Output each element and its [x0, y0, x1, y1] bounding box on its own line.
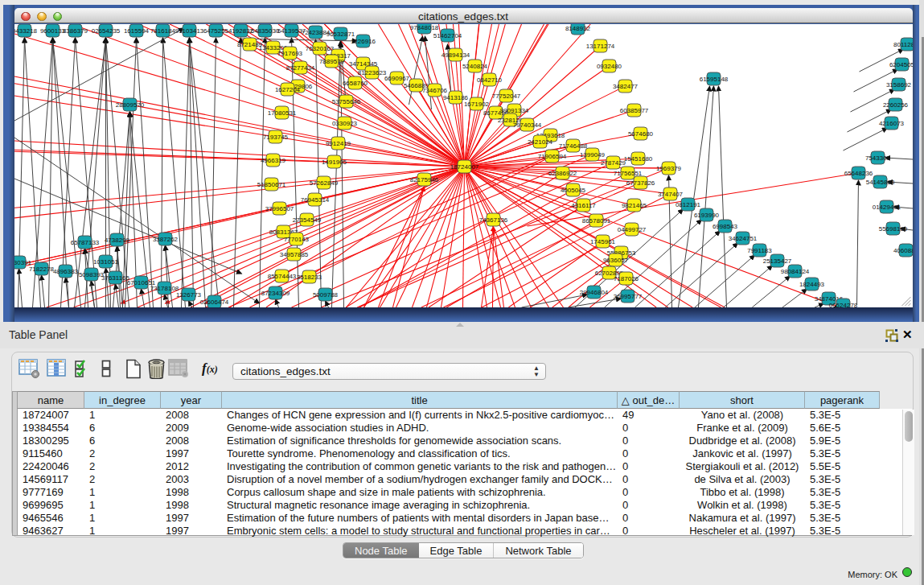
- svg-text:02606474: 02606474: [199, 299, 228, 306]
- svg-text:5098393: 5098393: [78, 271, 104, 278]
- svg-text:7917693: 7917693: [277, 50, 302, 57]
- svg-text:1226916: 1226916: [350, 38, 376, 45]
- svg-text:79740344: 79740344: [512, 122, 541, 129]
- svg-text:4060883: 4060883: [893, 247, 912, 254]
- svg-text:67737826: 67737826: [626, 179, 655, 187]
- svg-text:71906594: 71906594: [537, 153, 566, 160]
- svg-text:7816184: 7816184: [150, 27, 175, 35]
- svg-text:1491905: 1491905: [321, 159, 347, 166]
- svg-text:6193990: 6193990: [693, 212, 719, 219]
- svg-text:4738299: 4738299: [104, 237, 129, 244]
- svg-text:28809570: 28809570: [115, 101, 144, 109]
- svg-text:15451680: 15451680: [623, 155, 652, 163]
- svg-text:76320163: 76320163: [305, 45, 334, 52]
- svg-text:1326773: 1326773: [175, 291, 201, 299]
- svg-text:9600133: 9600133: [39, 27, 65, 35]
- svg-text:51850671: 51850671: [257, 181, 285, 188]
- svg-text:87277434: 87277434: [285, 64, 314, 72]
- svg-text:7346706: 7346706: [421, 87, 447, 94]
- svg-text:82175946: 82175946: [409, 176, 438, 183]
- svg-text:98084124: 98084124: [780, 268, 809, 275]
- svg-text:5674680: 5674680: [627, 130, 653, 138]
- svg-text:6658760: 6658760: [342, 80, 368, 87]
- svg-text:36995777: 36995777: [613, 293, 642, 300]
- svg-text:8148932: 8148932: [565, 25, 590, 32]
- svg-text:6204505: 6204505: [889, 61, 912, 68]
- svg-text:34624751: 34624751: [728, 235, 757, 242]
- svg-text:57262849: 57262849: [309, 179, 338, 187]
- svg-text:7889579: 7889579: [318, 58, 344, 65]
- svg-text:0330923: 0330923: [331, 120, 357, 127]
- svg-text:96532871: 96532871: [326, 31, 355, 38]
- svg-text:55698169: 55698169: [878, 225, 907, 233]
- svg-text:3158692: 3158692: [885, 81, 911, 89]
- svg-text:1671902: 1671902: [463, 101, 489, 108]
- svg-text:18724007: 18724007: [450, 163, 478, 171]
- svg-text:62386922: 62386922: [548, 170, 577, 177]
- svg-text:7991183: 7991183: [747, 247, 772, 254]
- svg-text:37631165: 37631165: [101, 274, 130, 282]
- svg-text:87234309: 87234309: [261, 290, 290, 297]
- svg-text:0433218: 0433218: [14, 27, 38, 35]
- svg-text:65787133: 65787133: [70, 239, 99, 246]
- svg-text:74367136: 74367136: [478, 216, 507, 224]
- svg-text:53755646: 53755646: [331, 98, 360, 105]
- svg-text:60385977: 60385977: [619, 107, 648, 114]
- svg-text:6690967: 6690967: [384, 75, 409, 82]
- svg-text:99091334: 99091334: [499, 107, 528, 114]
- svg-text:9821465: 9821465: [621, 202, 647, 209]
- svg-text:76945314: 76945314: [300, 196, 329, 204]
- svg-text:7187026: 7187026: [613, 275, 639, 282]
- svg-text:9912419: 9912419: [325, 140, 351, 147]
- svg-text:7770143: 7770143: [283, 236, 309, 243]
- svg-text:77752047: 77752047: [491, 93, 520, 100]
- svg-text:17080531: 17080531: [267, 109, 296, 117]
- svg-text:65648236: 65648236: [844, 170, 873, 177]
- svg-text:1824493: 1824493: [799, 281, 824, 288]
- svg-text:71746488: 71746488: [558, 142, 587, 150]
- svg-text:54145868: 54145868: [865, 179, 894, 186]
- svg-text:1969379: 1969379: [655, 165, 681, 172]
- svg-text:71756551: 71756551: [613, 170, 642, 177]
- svg-text:4316117: 4316117: [571, 202, 596, 209]
- svg-text:3747407: 3747407: [657, 191, 683, 198]
- svg-text:25135427: 25135427: [762, 257, 791, 265]
- svg-text:97848018: 97848018: [409, 24, 438, 31]
- svg-text:4216073: 4216073: [878, 120, 904, 127]
- svg-text:5009788: 5009788: [312, 291, 338, 299]
- svg-text:7182278: 7182278: [28, 266, 54, 273]
- svg-text:02654235: 02654235: [91, 27, 120, 35]
- svg-text:5240824: 5240824: [462, 63, 487, 70]
- svg-text:00524278: 00524278: [828, 302, 857, 307]
- svg-text:3387262: 3387262: [152, 236, 178, 243]
- svg-text:37996507: 37996507: [265, 205, 294, 212]
- svg-text:6475255: 6475255: [203, 27, 228, 35]
- svg-text:1627204: 1627204: [274, 86, 300, 93]
- svg-text:61595148: 61595148: [699, 76, 728, 83]
- svg-text:34957885: 34957885: [279, 251, 308, 258]
- svg-text:13171274: 13171274: [585, 43, 614, 50]
- svg-text:80112805: 80112805: [893, 41, 913, 48]
- svg-text:93103413: 93103413: [175, 27, 203, 35]
- svg-text:7543303: 7543303: [864, 154, 890, 162]
- svg-text:6998543: 6998543: [712, 223, 737, 230]
- svg-text:81223623: 81223623: [357, 69, 386, 76]
- svg-text:04499727: 04499727: [617, 226, 646, 233]
- svg-text:9636057: 9636057: [602, 257, 628, 264]
- svg-text:01429401: 01429401: [872, 204, 901, 211]
- svg-text:1745961: 1745961: [589, 238, 615, 245]
- svg-text:2260256: 2260256: [882, 101, 908, 109]
- svg-text:1399049: 1399049: [579, 151, 605, 159]
- svg-text:86578091: 86578091: [581, 217, 610, 225]
- svg-text:2421024: 2421024: [527, 138, 552, 146]
- svg-text:85574443: 85574443: [267, 273, 296, 280]
- svg-text:51462704: 51462704: [433, 32, 462, 39]
- svg-text:49894134: 49894134: [441, 51, 470, 59]
- svg-text:2787429: 2787429: [600, 159, 626, 167]
- svg-text:1031051: 1031051: [92, 258, 118, 266]
- svg-text:3482477: 3482477: [612, 83, 638, 90]
- svg-text:4005045: 4005045: [560, 187, 585, 194]
- svg-text:3518233: 3518233: [296, 274, 322, 281]
- svg-text:64835030: 64835030: [250, 27, 279, 35]
- svg-text:1615594: 1615594: [123, 27, 149, 35]
